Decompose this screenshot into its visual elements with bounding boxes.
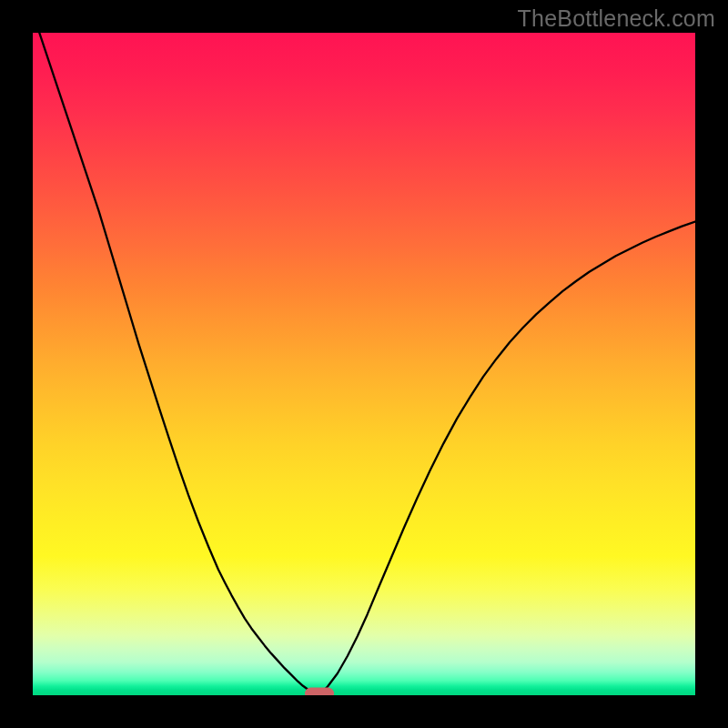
bottleneck-curve xyxy=(33,33,695,695)
watermark-text: TheBottleneck.com xyxy=(518,5,715,32)
curve-polyline xyxy=(33,33,695,693)
optimum-marker xyxy=(305,687,334,695)
chart-frame: TheBottleneck.com xyxy=(0,0,728,728)
plot-area xyxy=(33,33,695,695)
